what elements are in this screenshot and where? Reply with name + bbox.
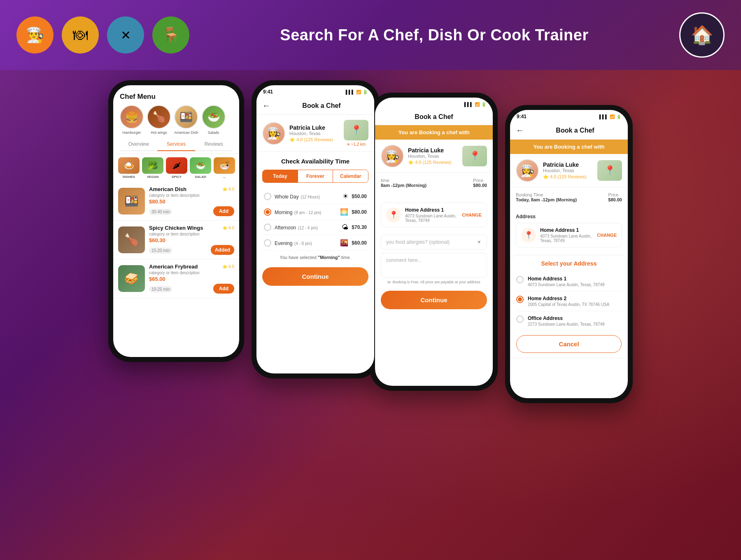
food-tray-icon[interactable]: 🍽 bbox=[62, 16, 99, 54]
phone3-booking-details: time 8am -12pm (Morning) Price $80.00 bbox=[375, 173, 493, 195]
radio-wholeday[interactable] bbox=[264, 193, 271, 200]
food-circle-wings[interactable]: 🍗 Hot wings bbox=[147, 105, 171, 135]
food-circle-american[interactable]: 🍱 American Dish bbox=[174, 105, 198, 135]
address-option-office[interactable]: Office Address 2273 Sundown Lane Austin,… bbox=[516, 311, 622, 331]
radio-home2[interactable] bbox=[516, 296, 524, 303]
address-option-office-info: Office Address 2273 Sundown Lane Austin,… bbox=[528, 315, 622, 327]
phone-book-chef-avail: 9:41 ▌▌▌ 📶 🔋 ← Book a Chef 👩‍🍳 Patricia … bbox=[252, 80, 379, 378]
phone4-chef-info: Patricia Luke Houston, Texas ⭐ 4.0 (125 … bbox=[543, 161, 593, 180]
select-address-sheet: Select your Address Home Address 1 4073 … bbox=[510, 255, 628, 358]
phone4-address-icon: 📍 bbox=[521, 228, 536, 243]
address-option-home2[interactable]: Home Address 2 2005 Capital of Texas Aus… bbox=[516, 292, 622, 311]
check-avail-title: Check Availability Time bbox=[262, 158, 368, 165]
radio-office[interactable] bbox=[516, 315, 524, 323]
afternoon-icon: 🌤 bbox=[342, 224, 348, 231]
address-option-home2-name: Home Address 2 bbox=[528, 296, 622, 301]
morning-info: Morning (8 am - 12 pm) bbox=[275, 208, 337, 216]
wholeday-info: Whole Day (12 Hours) bbox=[275, 193, 339, 200]
phone4-chef-location: Houston, Texas bbox=[543, 168, 593, 173]
phone4-change-link[interactable]: CHANGE bbox=[597, 233, 617, 238]
american-dish-desc: category or item description bbox=[149, 193, 234, 198]
phone4-time: 9:41 bbox=[517, 114, 527, 119]
phone2-time: 9:41 bbox=[263, 89, 273, 95]
food-circle-salads[interactable]: 🥗 Salads bbox=[202, 105, 226, 135]
phone2-chef-name: Patricia Luke bbox=[289, 124, 340, 131]
time-option-evening: Evening (4 - 8 pm) 🌇 $60.00 bbox=[262, 235, 368, 251]
morning-icon: 🌅 bbox=[340, 208, 348, 216]
tab-overview[interactable]: Overview bbox=[120, 138, 157, 150]
phone4-address-card: 📍 Home Address 1 4073 Sundown Lane Austi… bbox=[516, 223, 622, 247]
phone3-book-header: Book a Chef bbox=[375, 109, 493, 125]
chicken-wings-info: Spicy Chicken Wings ⭐ 4.0 category or it… bbox=[149, 225, 234, 255]
american-dish-add-button[interactable]: Add bbox=[213, 206, 234, 216]
chicken-wings-desc: category or item description bbox=[149, 232, 234, 236]
phone4-address-name: Home Address 1 bbox=[540, 227, 593, 233]
phone2-screen: 9:41 ▌▌▌ 📶 🔋 ← Book a Chef 👩‍🍳 Patricia … bbox=[256, 85, 374, 373]
phone3-price-value: $80.00 bbox=[473, 183, 487, 188]
chicken-wings-price: $60.30 bbox=[149, 237, 234, 243]
radio-home1[interactable] bbox=[516, 276, 524, 283]
phone3-change-link[interactable]: CHANGE bbox=[462, 212, 482, 217]
phone3-continue-button[interactable]: Continue bbox=[381, 291, 487, 309]
chicken-wings-added-button[interactable]: Added bbox=[211, 245, 234, 255]
cutlery-icon[interactable]: ✕ bbox=[107, 16, 144, 54]
phone3-address-info: Home Address 1 4073 Sundown Lane Austin,… bbox=[405, 207, 458, 223]
hamburger-circle: 🍔 bbox=[120, 105, 144, 129]
phone4-cancel-button[interactable]: Cancel bbox=[516, 335, 622, 353]
phone3-booking-row: time 8am -12pm (Morning) Price $80.00 bbox=[381, 178, 487, 188]
cat-more[interactable]: 🍜 ... bbox=[214, 157, 235, 179]
cat-salad[interactable]: 🥗 SALAD bbox=[190, 157, 211, 179]
address-option-home2-text: 2005 Capital of Texas Austin, TX 78746 U… bbox=[528, 302, 622, 307]
dining-chair-icon[interactable]: 🪑 bbox=[152, 16, 189, 54]
phone3-chef-rating: ⭐ 4.0 (125 Reviews) bbox=[408, 160, 458, 165]
phone3-comment-box[interactable]: comment here... bbox=[381, 253, 487, 278]
wholeday-icon: ☀ bbox=[343, 192, 348, 200]
frybread-add-button[interactable]: Add bbox=[213, 284, 234, 294]
wholeday-label: Whole Day bbox=[275, 194, 299, 200]
address-option-home1[interactable]: Home Address 1 4073 Sundown Lane Austin,… bbox=[516, 272, 622, 292]
phone-book-chef-confirm: ▌▌▌ 📶 🔋 Book a Chef You are Booking a ch… bbox=[370, 93, 498, 391]
american-label: American Dish bbox=[174, 131, 198, 135]
phone4-price-label: Price bbox=[608, 192, 622, 197]
phone2-continue-button[interactable]: Continue bbox=[262, 267, 368, 286]
chef-hat-icon[interactable]: 👨‍🍳 bbox=[16, 16, 54, 54]
back-button[interactable]: ← bbox=[262, 101, 270, 110]
evening-price: $60.00 bbox=[352, 240, 367, 246]
phone3-price-label: Price bbox=[473, 178, 487, 183]
phone1-screen: Chef Menu 🍔 Hamburger 🍗 Hot wings 🍱 Amer… bbox=[113, 85, 239, 357]
radio-home2-inner bbox=[518, 297, 522, 301]
time-tab-forever[interactable]: Forever bbox=[298, 170, 333, 182]
address-option-home1-info: Home Address 1 4073 Sundown Lane Austin,… bbox=[528, 276, 622, 287]
time-tab-calendar[interactable]: Calendar bbox=[333, 170, 368, 182]
phone3-address-text: 4073 Sundown Lane Austin, Texas, 78749 bbox=[405, 214, 458, 223]
wifi-icon-3: 📶 bbox=[475, 102, 480, 107]
phone4-back-button[interactable]: ← bbox=[516, 126, 524, 135]
tab-reviews[interactable]: Reviews bbox=[195, 138, 233, 150]
cat-spicy[interactable]: 🌶 SPICY bbox=[166, 157, 187, 179]
american-dish-price: $80.50 bbox=[149, 198, 234, 205]
afternoon-price: $70.30 bbox=[352, 224, 367, 230]
time-tab-today[interactable]: Today bbox=[263, 170, 298, 182]
radio-afternoon[interactable] bbox=[264, 224, 271, 231]
select-address-title: Select your Address bbox=[516, 260, 622, 267]
app-logo: 🏠 bbox=[679, 12, 725, 58]
food-circle-hamburger[interactable]: 🍔 Hamburger bbox=[120, 105, 144, 135]
cat-dishes[interactable]: 🍛 DISHES bbox=[118, 157, 140, 179]
phone4-price-value: $80.00 bbox=[608, 197, 622, 202]
phone3-screen: ▌▌▌ 📶 🔋 Book a Chef You are Booking a ch… bbox=[375, 98, 493, 386]
tab-services[interactable]: Services bbox=[157, 138, 195, 151]
cat-vegan[interactable]: 🥦 VEGAN bbox=[142, 157, 163, 179]
address-option-office-name: Office Address bbox=[528, 315, 622, 321]
radio-morning[interactable] bbox=[264, 208, 271, 216]
chicken-wings-rating: ⭐ 4.0 bbox=[222, 226, 234, 230]
phone3-allergy-dropdown[interactable]: you food allergies? (optional) ▼ bbox=[381, 235, 487, 250]
battery-icon: 🔋 bbox=[363, 90, 368, 94]
comment-placeholder: comment here... bbox=[386, 257, 422, 263]
radio-evening[interactable] bbox=[264, 239, 271, 247]
frybread-desc: category or item description bbox=[149, 271, 234, 275]
phone2-distance: ✈ ~1.2 km bbox=[344, 142, 368, 147]
phone4-time-label: Booking Time bbox=[516, 192, 577, 197]
american-dish-name: American Dish bbox=[149, 186, 186, 192]
phone3-note: te: Booking is Free. All price are payab… bbox=[375, 278, 493, 287]
vegan-label: VEGAN bbox=[147, 175, 158, 179]
